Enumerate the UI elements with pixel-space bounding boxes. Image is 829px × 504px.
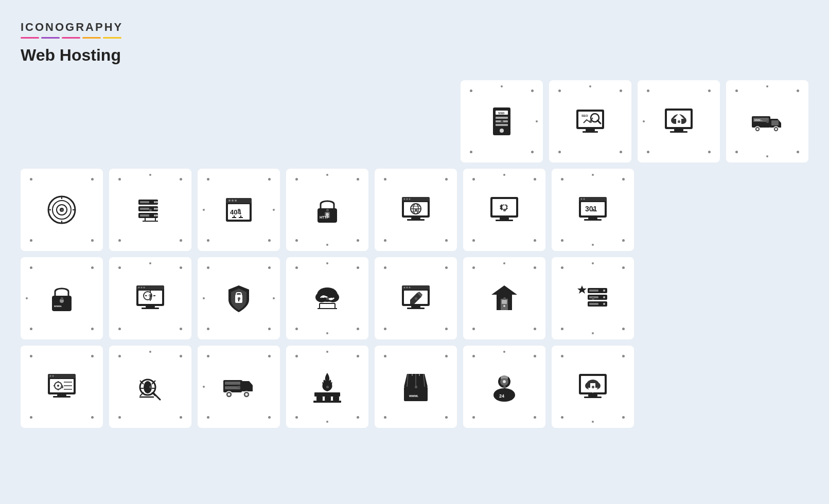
- svg-point-44: [156, 201, 158, 203]
- icon-row-4: www. 24: [21, 346, 808, 428]
- icon-web-globe[interactable]: [375, 169, 457, 251]
- icon-seo-monitor[interactable]: SEO: [549, 80, 631, 163]
- svg-point-58: [228, 200, 231, 202]
- icon-rated-server[interactable]: [552, 257, 634, 339]
- web-truck-icon: www...: [749, 103, 785, 139]
- web-shop-icon: www.: [398, 369, 434, 405]
- www-lock-icon: www.: [44, 280, 80, 316]
- svg-text:W: W: [147, 294, 150, 298]
- svg-point-30: [775, 128, 777, 130]
- icon-web-edit[interactable]: [375, 257, 457, 339]
- icon-server-truck[interactable]: [198, 346, 280, 428]
- web-globe-icon: [398, 192, 434, 228]
- svg-point-176: [228, 393, 231, 396]
- icon-web-truck[interactable]: www...: [726, 80, 808, 163]
- svg-rect-68: [402, 197, 430, 201]
- svg-point-191: [503, 380, 506, 383]
- underline-bar-1: [21, 37, 39, 39]
- svg-text:SSD: SSD: [498, 112, 505, 115]
- icon-cloud-download[interactable]: [552, 346, 634, 428]
- svg-point-98: [138, 287, 140, 289]
- icon-server-rack[interactable]: [109, 169, 191, 251]
- svg-rect-84: [496, 220, 513, 221]
- svg-point-48: [156, 208, 158, 210]
- icons-section: SSD SEO: [21, 80, 808, 428]
- svg-point-142: [603, 303, 605, 305]
- web-settings-icon: W: [132, 280, 168, 316]
- icon-target[interactable]: [21, 169, 103, 251]
- icon-ssd-drive[interactable]: SSD: [461, 80, 543, 163]
- svg-rect-184: [313, 401, 341, 403]
- svg-rect-200: [584, 397, 602, 398]
- svg-rect-22: [670, 131, 687, 133]
- svg-text:SEO: SEO: [581, 114, 588, 117]
- svg-point-99: [141, 287, 143, 289]
- svg-point-43: [154, 201, 156, 203]
- brand-title: ICONOGRAPHY: [21, 21, 808, 34]
- page-header: ICONOGRAPHY Web Hosting: [21, 21, 808, 65]
- bug-search-icon: [132, 369, 168, 405]
- icon-row-2: 404 HTTP: [21, 169, 808, 251]
- svg-rect-5: [496, 124, 508, 126]
- icon-support-247[interactable]: 24: [463, 346, 545, 428]
- underline-bar-4: [82, 37, 101, 39]
- support-247-icon: 24: [486, 369, 522, 405]
- svg-text:301: 301: [585, 205, 597, 213]
- icon-repair-monitor[interactable]: [463, 169, 545, 251]
- svg-rect-158: [57, 394, 66, 396]
- icon-404-error[interactable]: 404: [198, 169, 280, 251]
- icon-infinite-cloud[interactable]: [286, 257, 368, 339]
- svg-text:404: 404: [230, 208, 241, 216]
- svg-point-33: [52, 201, 71, 219]
- underline-bar-2: [41, 37, 60, 39]
- svg-rect-12: [586, 129, 595, 131]
- svg-point-71: [409, 199, 411, 200]
- svg-rect-128: [407, 308, 425, 309]
- svg-rect-182: [325, 397, 331, 401]
- svg-rect-92: [584, 219, 602, 221]
- svg-point-146: [50, 375, 51, 377]
- svg-rect-78: [411, 218, 420, 219]
- icon-cloud-upload[interactable]: [638, 80, 720, 163]
- icon-security-badge[interactable]: [198, 257, 280, 339]
- seo-monitor-icon: SEO: [572, 103, 608, 139]
- http-lock-icon: HTTP: [309, 192, 345, 228]
- icon-row-top: SSD SEO: [21, 80, 808, 163]
- icon-www-lock[interactable]: www.: [21, 257, 103, 339]
- icon-http-lock[interactable]: HTTP: [286, 169, 368, 251]
- icon-home-server[interactable]: [463, 257, 545, 339]
- infinite-cloud-icon: [309, 280, 345, 316]
- svg-rect-132: [502, 300, 507, 304]
- svg-rect-180: [314, 392, 340, 397]
- svg-point-136: [603, 290, 605, 292]
- svg-point-147: [52, 375, 54, 377]
- icon-web-config[interactable]: [21, 346, 103, 428]
- icon-bug-search[interactable]: [109, 346, 191, 428]
- icon-firewall[interactable]: [286, 346, 368, 428]
- cloud-download-icon: [575, 369, 611, 405]
- category-title: Web Hosting: [21, 46, 808, 65]
- home-server-icon: [486, 280, 522, 316]
- security-badge-icon: [221, 280, 257, 316]
- web-config-icon: [44, 369, 80, 405]
- icon-301-redirect[interactable]: 301: [552, 169, 634, 251]
- svg-point-87: [581, 199, 583, 200]
- svg-text:www...: www...: [754, 118, 763, 121]
- svg-rect-145: [48, 374, 76, 378]
- icon-web-shop[interactable]: www.: [375, 346, 457, 428]
- svg-rect-79: [407, 219, 425, 221]
- svg-rect-13: [583, 131, 598, 133]
- ssd-icon: SSD: [484, 103, 520, 139]
- svg-point-35: [60, 208, 64, 212]
- svg-point-161: [144, 381, 152, 393]
- svg-point-60: [235, 200, 237, 202]
- svg-point-88: [584, 199, 585, 200]
- svg-rect-4: [496, 120, 508, 122]
- svg-text:www.: www.: [54, 304, 62, 308]
- svg-point-34: [57, 205, 67, 215]
- icon-web-settings[interactable]: W: [109, 257, 191, 339]
- svg-text:24: 24: [499, 393, 504, 399]
- cloud-upload-icon: [661, 103, 697, 139]
- svg-point-150: [57, 385, 59, 387]
- svg-marker-143: [577, 285, 587, 294]
